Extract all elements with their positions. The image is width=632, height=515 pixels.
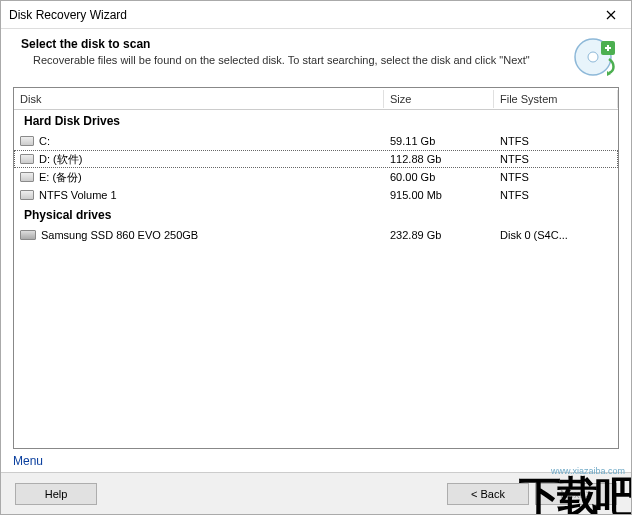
close-button[interactable] <box>591 1 631 29</box>
disk-list[interactable]: Disk Size File System Hard Disk Drives C… <box>13 87 619 449</box>
help-button[interactable]: Help <box>15 483 97 505</box>
column-file-system[interactable]: File System <box>494 90 618 108</box>
disk-size: 60.00 Gb <box>384 171 494 183</box>
disk-size: 112.88 Gb <box>384 153 494 165</box>
disk-fs: Disk 0 (S4C... <box>494 229 618 241</box>
disk-row[interactable]: C: 59.11 Gb NTFS <box>14 132 618 150</box>
menu-link[interactable]: Menu <box>13 454 43 468</box>
section-hard-drives: Hard Disk Drives <box>14 110 618 132</box>
titlebar: Disk Recovery Wizard <box>1 1 631 29</box>
drive-icon <box>20 136 34 146</box>
column-headers: Disk Size File System <box>14 88 618 110</box>
disk-size: 59.11 Gb <box>384 135 494 147</box>
disk-name: D: (软件) <box>39 152 82 167</box>
wizard-header: Select the disk to scan Recoverable file… <box>1 29 631 87</box>
drive-icon <box>20 154 34 164</box>
column-size[interactable]: Size <box>384 90 494 108</box>
disk-row[interactable]: NTFS Volume 1 915.00 Mb NTFS <box>14 186 618 204</box>
disk-size: 915.00 Mb <box>384 189 494 201</box>
header-description: Recoverable files will be found on the s… <box>21 53 561 68</box>
disk-fs: NTFS <box>494 153 618 165</box>
disk-row[interactable]: E: (备份) 60.00 Gb NTFS <box>14 168 618 186</box>
section-physical-drives: Physical drives <box>14 204 618 226</box>
window-title: Disk Recovery Wizard <box>9 8 127 22</box>
disk-row[interactable]: Samsung SSD 860 EVO 250GB 232.89 Gb Disk… <box>14 226 618 244</box>
disk-row[interactable]: D: (软件) 112.88 Gb NTFS <box>14 150 618 168</box>
drive-icon <box>20 190 34 200</box>
disk-recovery-icon <box>571 37 619 77</box>
header-title: Select the disk to scan <box>21 37 561 51</box>
physical-drive-icon <box>20 230 36 240</box>
disk-name: C: <box>39 135 50 147</box>
disk-size: 232.89 Gb <box>384 229 494 241</box>
drive-icon <box>20 172 34 182</box>
disk-name: E: (备份) <box>39 170 82 185</box>
header-text: Select the disk to scan Recoverable file… <box>21 37 571 68</box>
disk-fs: NTFS <box>494 135 618 147</box>
back-button[interactable]: < Back <box>447 483 529 505</box>
disk-name: NTFS Volume 1 <box>39 189 117 201</box>
column-disk[interactable]: Disk <box>14 90 384 108</box>
close-icon <box>606 10 616 20</box>
disk-fs: NTFS <box>494 189 618 201</box>
disk-fs: NTFS <box>494 171 618 183</box>
svg-point-1 <box>588 52 598 62</box>
next-button[interactable]: Next > <box>535 483 617 505</box>
footer: Help < Back Next > <box>1 472 631 514</box>
disk-name: Samsung SSD 860 EVO 250GB <box>41 229 198 241</box>
